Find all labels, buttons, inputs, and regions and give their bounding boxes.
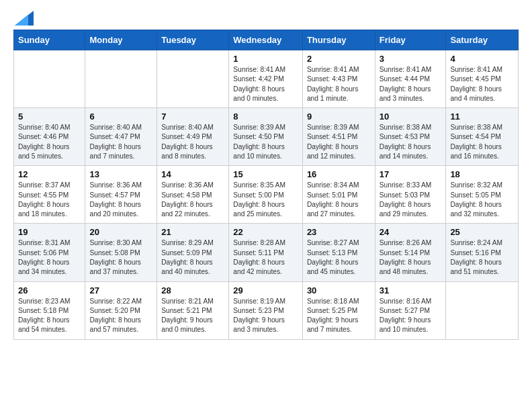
weekday-header-row: SundayMondayTuesdayWednesdayThursdayFrid… [14, 30, 519, 50]
day-cell: 16Sunrise: 8:34 AM Sunset: 5:01 PM Dayli… [302, 166, 375, 224]
day-cell: 24Sunrise: 8:26 AM Sunset: 5:14 PM Dayli… [375, 224, 446, 281]
day-number: 30 [307, 285, 371, 295]
day-cell: 1Sunrise: 8:41 AM Sunset: 4:42 PM Daylig… [229, 50, 303, 108]
weekday-header-friday: Friday [375, 30, 446, 50]
day-number: 29 [233, 285, 298, 295]
day-info: Sunrise: 8:32 AM Sunset: 5:05 PM Dayligh… [450, 181, 514, 219]
day-cell: 3Sunrise: 8:41 AM Sunset: 4:44 PM Daylig… [375, 50, 446, 108]
day-info: Sunrise: 8:29 AM Sunset: 5:09 PM Dayligh… [161, 238, 224, 277]
day-cell: 28Sunrise: 8:21 AM Sunset: 5:21 PM Dayli… [157, 281, 229, 339]
logo [13, 11, 34, 23]
calendar-table: SundayMondayTuesdayWednesdayThursdayFrid… [13, 30, 519, 340]
day-cell: 27Sunrise: 8:22 AM Sunset: 5:20 PM Dayli… [85, 281, 157, 339]
day-info: Sunrise: 8:28 AM Sunset: 5:11 PM Dayligh… [233, 238, 298, 277]
day-cell: 31Sunrise: 8:16 AM Sunset: 5:27 PM Dayli… [375, 281, 446, 339]
week-row-4: 19Sunrise: 8:31 AM Sunset: 5:06 PM Dayli… [14, 224, 519, 281]
day-cell: 18Sunrise: 8:32 AM Sunset: 5:05 PM Dayli… [446, 166, 519, 224]
day-info: Sunrise: 8:19 AM Sunset: 5:23 PM Dayligh… [233, 297, 298, 335]
header [13, 11, 519, 23]
day-cell: 19Sunrise: 8:31 AM Sunset: 5:06 PM Dayli… [14, 224, 85, 281]
calendar-page: SundayMondayTuesdayWednesdayThursdayFrid… [0, 0, 532, 353]
day-number: 23 [307, 227, 371, 237]
day-info: Sunrise: 8:22 AM Sunset: 5:20 PM Dayligh… [89, 297, 152, 335]
day-info: Sunrise: 8:41 AM Sunset: 4:42 PM Dayligh… [233, 65, 298, 103]
weekday-header-wednesday: Wednesday [229, 30, 303, 50]
day-info: Sunrise: 8:39 AM Sunset: 4:51 PM Dayligh… [307, 123, 371, 161]
day-cell: 22Sunrise: 8:28 AM Sunset: 5:11 PM Dayli… [229, 224, 303, 281]
day-number: 10 [380, 111, 442, 122]
day-cell [157, 50, 229, 108]
day-cell: 5Sunrise: 8:40 AM Sunset: 4:46 PM Daylig… [14, 108, 85, 166]
day-cell [85, 50, 157, 108]
day-number: 5 [18, 111, 81, 122]
day-info: Sunrise: 8:18 AM Sunset: 5:25 PM Dayligh… [307, 297, 371, 335]
day-info: Sunrise: 8:40 AM Sunset: 4:47 PM Dayligh… [89, 123, 152, 161]
day-info: Sunrise: 8:41 AM Sunset: 4:45 PM Dayligh… [450, 65, 514, 103]
day-info: Sunrise: 8:40 AM Sunset: 4:49 PM Dayligh… [161, 123, 224, 161]
day-number: 19 [18, 227, 81, 237]
day-number: 22 [233, 227, 298, 237]
day-number: 14 [161, 169, 224, 179]
day-cell [446, 281, 519, 339]
weekday-header-monday: Monday [85, 30, 157, 50]
week-row-2: 5Sunrise: 8:40 AM Sunset: 4:46 PM Daylig… [14, 108, 519, 166]
day-cell: 13Sunrise: 8:36 AM Sunset: 4:57 PM Dayli… [85, 166, 157, 224]
day-number: 18 [450, 169, 514, 179]
day-info: Sunrise: 8:34 AM Sunset: 5:01 PM Dayligh… [307, 181, 371, 219]
day-number: 3 [380, 54, 442, 64]
day-number: 1 [233, 54, 298, 64]
day-cell: 26Sunrise: 8:23 AM Sunset: 5:18 PM Dayli… [14, 281, 85, 339]
day-number: 2 [307, 54, 371, 64]
day-cell [14, 50, 85, 108]
svg-marker-1 [15, 15, 28, 26]
day-info: Sunrise: 8:16 AM Sunset: 5:27 PM Dayligh… [380, 297, 442, 335]
day-info: Sunrise: 8:36 AM Sunset: 4:58 PM Dayligh… [161, 181, 224, 219]
logo-icon [15, 11, 34, 26]
week-row-3: 12Sunrise: 8:37 AM Sunset: 4:55 PM Dayli… [14, 166, 519, 224]
day-info: Sunrise: 8:36 AM Sunset: 4:57 PM Dayligh… [89, 181, 152, 219]
day-number: 6 [89, 111, 152, 122]
day-number: 12 [18, 169, 81, 179]
day-cell: 20Sunrise: 8:30 AM Sunset: 5:08 PM Dayli… [85, 224, 157, 281]
day-cell: 12Sunrise: 8:37 AM Sunset: 4:55 PM Dayli… [14, 166, 85, 224]
weekday-header-saturday: Saturday [446, 30, 519, 50]
day-info: Sunrise: 8:37 AM Sunset: 4:55 PM Dayligh… [18, 181, 81, 219]
day-cell: 11Sunrise: 8:38 AM Sunset: 4:54 PM Dayli… [446, 108, 519, 166]
weekday-header-thursday: Thursday [302, 30, 375, 50]
day-info: Sunrise: 8:24 AM Sunset: 5:16 PM Dayligh… [450, 238, 514, 277]
day-number: 21 [161, 227, 224, 237]
day-number: 31 [380, 285, 442, 295]
day-info: Sunrise: 8:41 AM Sunset: 4:44 PM Dayligh… [380, 65, 442, 103]
day-info: Sunrise: 8:39 AM Sunset: 4:50 PM Dayligh… [233, 123, 298, 161]
week-row-5: 26Sunrise: 8:23 AM Sunset: 5:18 PM Dayli… [14, 281, 519, 339]
day-number: 24 [380, 227, 442, 237]
day-number: 26 [18, 285, 81, 295]
day-info: Sunrise: 8:33 AM Sunset: 5:03 PM Dayligh… [380, 181, 442, 219]
day-info: Sunrise: 8:38 AM Sunset: 4:54 PM Dayligh… [450, 123, 514, 161]
day-number: 20 [89, 227, 152, 237]
day-number: 13 [89, 169, 152, 179]
day-info: Sunrise: 8:38 AM Sunset: 4:53 PM Dayligh… [380, 123, 442, 161]
day-cell: 30Sunrise: 8:18 AM Sunset: 5:25 PM Dayli… [302, 281, 375, 339]
day-cell: 2Sunrise: 8:41 AM Sunset: 4:43 PM Daylig… [302, 50, 375, 108]
weekday-header-sunday: Sunday [14, 30, 85, 50]
day-info: Sunrise: 8:27 AM Sunset: 5:13 PM Dayligh… [307, 238, 371, 277]
day-cell: 21Sunrise: 8:29 AM Sunset: 5:09 PM Dayli… [157, 224, 229, 281]
day-info: Sunrise: 8:40 AM Sunset: 4:46 PM Dayligh… [18, 123, 81, 161]
day-cell: 8Sunrise: 8:39 AM Sunset: 4:50 PM Daylig… [229, 108, 303, 166]
day-number: 9 [307, 111, 371, 122]
day-cell: 9Sunrise: 8:39 AM Sunset: 4:51 PM Daylig… [302, 108, 375, 166]
day-info: Sunrise: 8:30 AM Sunset: 5:08 PM Dayligh… [89, 238, 152, 277]
day-cell: 17Sunrise: 8:33 AM Sunset: 5:03 PM Dayli… [375, 166, 446, 224]
day-number: 7 [161, 111, 224, 122]
weekday-header-tuesday: Tuesday [157, 30, 229, 50]
day-info: Sunrise: 8:21 AM Sunset: 5:21 PM Dayligh… [161, 297, 224, 335]
day-number: 11 [450, 111, 514, 122]
day-cell: 25Sunrise: 8:24 AM Sunset: 5:16 PM Dayli… [446, 224, 519, 281]
day-cell: 6Sunrise: 8:40 AM Sunset: 4:47 PM Daylig… [85, 108, 157, 166]
day-info: Sunrise: 8:31 AM Sunset: 5:06 PM Dayligh… [18, 238, 81, 277]
day-number: 17 [380, 169, 442, 179]
day-number: 8 [233, 111, 298, 122]
day-info: Sunrise: 8:41 AM Sunset: 4:43 PM Dayligh… [307, 65, 371, 103]
day-cell: 10Sunrise: 8:38 AM Sunset: 4:53 PM Dayli… [375, 108, 446, 166]
